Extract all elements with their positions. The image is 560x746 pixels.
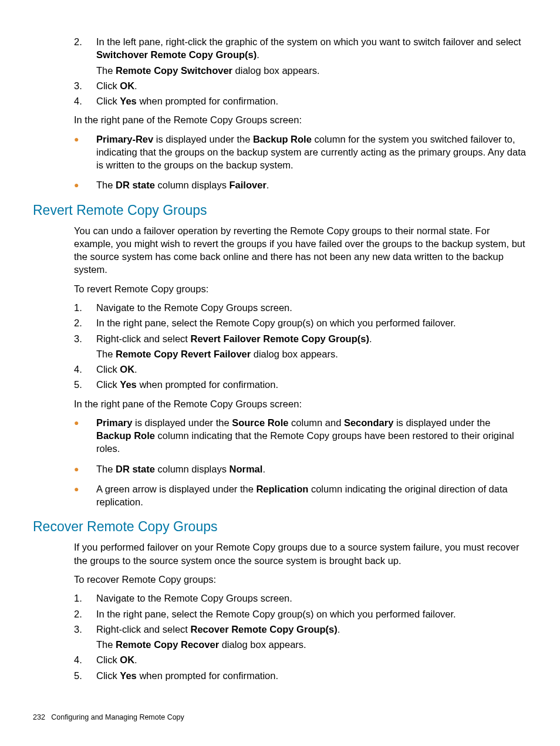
bullet: ●The DR state column displays Failover. (74, 178, 527, 191)
step: 4.Click OK. (74, 653, 527, 666)
recover-intro: If you performed failover on your Remote… (74, 541, 527, 567)
bullet-body: A green arrow is displayed under the Rep… (96, 482, 527, 509)
step: 2.In the right pane, select the Remote C… (74, 607, 527, 620)
step: 5.Click Yes when prompted for confirmati… (74, 378, 527, 391)
page: 2.In the left pane, right-click the grap… (0, 0, 560, 746)
step-number: 1. (74, 592, 96, 605)
step-number: 4. (74, 653, 96, 666)
step-number: 2. (74, 316, 96, 329)
revert-lead: To revert Remote Copy groups: (74, 282, 527, 295)
bullet-icon: ● (74, 482, 96, 509)
step-number: 5. (74, 669, 96, 682)
step: 2.In the left pane, right-click the grap… (74, 35, 527, 77)
heading-revert: Revert Remote Copy Groups (33, 202, 527, 218)
step: 1.Navigate to the Remote Copy Groups scr… (74, 592, 527, 605)
step: 3.Click OK. (74, 79, 527, 92)
step-body: Click Yes when prompted for confirmation… (96, 94, 527, 107)
bullet-icon: ● (74, 463, 96, 475)
step: 1.Navigate to the Remote Copy Groups scr… (74, 301, 527, 314)
step-number: 3. (74, 332, 96, 361)
bullet: ●Primary-Rev is displayed under the Back… (74, 133, 527, 172)
step-number: 4. (74, 363, 96, 376)
step-number: 4. (74, 94, 96, 107)
bullet-icon: ● (74, 416, 96, 455)
step-sub: The Remote Copy Switchover dialog box ap… (96, 64, 527, 77)
step-number: 3. (74, 79, 96, 92)
bullet: ●A green arrow is displayed under the Re… (74, 482, 527, 509)
step: 2.In the right pane, select the Remote C… (74, 316, 527, 329)
step: 5.Click Yes when prompted for confirmati… (74, 669, 527, 682)
revert-steps: 1.Navigate to the Remote Copy Groups scr… (74, 301, 527, 391)
step-body: Navigate to the Remote Copy Groups scree… (96, 592, 527, 605)
top-follow-para: In the right pane of the Remote Copy Gro… (74, 113, 527, 126)
step: 3.Right-click and select Recover Remote … (74, 623, 527, 652)
revert-follow: In the right pane of the Remote Copy Gro… (74, 397, 527, 410)
footer-title: Configuring and Managing Remote Copy (51, 713, 184, 721)
step-number: 3. (74, 623, 96, 652)
step-number: 2. (74, 607, 96, 620)
step-body: Navigate to the Remote Copy Groups scree… (96, 301, 527, 314)
page-footer: 232 Configuring and Managing Remote Copy (33, 713, 184, 721)
step-number: 2. (74, 35, 96, 77)
bullet-body: The DR state column displays Failover. (96, 178, 527, 191)
revert-intro: You can undo a failover operation by rev… (74, 224, 527, 276)
step-sub: The Remote Copy Revert Failover dialog b… (96, 347, 527, 360)
step-body: Click OK. (96, 653, 527, 666)
step-body: Click OK. (96, 79, 527, 92)
step: 4.Click Yes when prompted for confirmati… (74, 94, 527, 107)
step-number: 1. (74, 301, 96, 314)
recover-lead: To recover Remote Copy groups: (74, 573, 527, 586)
bullet-icon: ● (74, 178, 96, 191)
step-body: Right-click and select Revert Failover R… (96, 332, 527, 361)
recover-steps: 1.Navigate to the Remote Copy Groups scr… (74, 592, 527, 682)
step-body: Click Yes when prompted for confirmation… (96, 378, 527, 391)
top-bullets: ●Primary-Rev is displayed under the Back… (74, 133, 527, 192)
page-number: 232 (33, 713, 45, 721)
step-number: 5. (74, 378, 96, 391)
step-body: In the right pane, select the Remote Cop… (96, 316, 527, 329)
heading-recover: Recover Remote Copy Groups (33, 519, 527, 535)
step-body: In the right pane, select the Remote Cop… (96, 607, 527, 620)
step-body: Click Yes when prompted for confirmation… (96, 669, 527, 682)
step: 4.Click OK. (74, 363, 527, 376)
top-steps: 2.In the left pane, right-click the grap… (74, 35, 527, 107)
bullet: ●Primary is displayed under the Source R… (74, 416, 527, 455)
bullet-icon: ● (74, 133, 96, 172)
bullet: ●The DR state column displays Normal. (74, 463, 527, 475)
step-body: Right-click and select Recover Remote Co… (96, 623, 527, 652)
step-body: In the left pane, right-click the graphi… (96, 35, 527, 77)
step: 3.Right-click and select Revert Failover… (74, 332, 527, 361)
bullet-body: Primary is displayed under the Source Ro… (96, 416, 527, 455)
step-sub: The Remote Copy Recover dialog box appea… (96, 638, 527, 651)
bullet-body: Primary-Rev is displayed under the Backu… (96, 133, 527, 172)
bullet-body: The DR state column displays Normal. (96, 463, 527, 475)
step-body: Click OK. (96, 363, 527, 376)
revert-bullets: ●Primary is displayed under the Source R… (74, 416, 527, 509)
